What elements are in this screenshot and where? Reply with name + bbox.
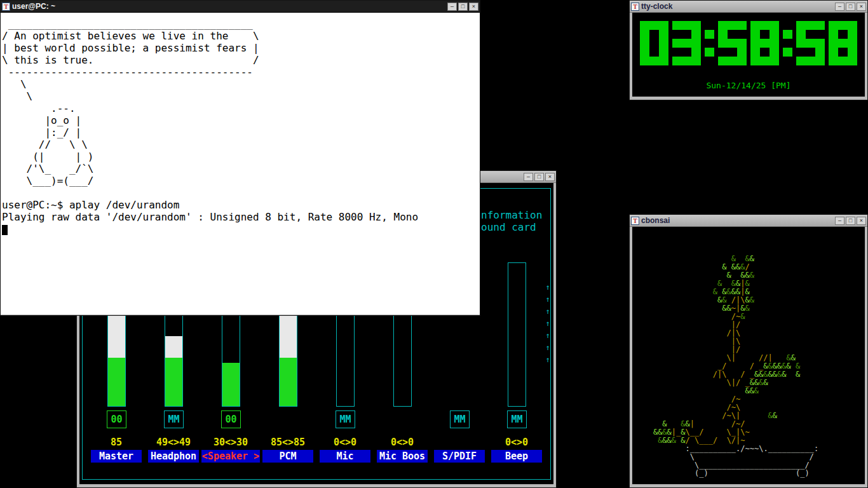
channel-label: Master: [91, 450, 142, 463]
maximize-button[interactable]: □: [534, 173, 544, 181]
channel-label: Mic: [320, 450, 370, 463]
window-title: tty-clock: [641, 2, 833, 11]
maximize-button[interactable]: □: [458, 3, 468, 11]
maximize-button[interactable]: □: [846, 3, 855, 11]
minimize-button[interactable]: –: [447, 3, 457, 11]
volume-value: 30<>30: [205, 437, 256, 448]
cbonsai-content: & && & &&&/ & &&& & &&|& & &&&&|& && /|\…: [632, 227, 865, 484]
mute-switch[interactable]: 00: [107, 410, 126, 428]
window-title: user@PC: ~: [12, 2, 445, 11]
titlebar[interactable]: T user@PC: ~ – □ ×: [1, 1, 480, 13]
volume-bar: [508, 262, 526, 407]
mute-switch[interactable]: MM: [450, 410, 470, 428]
close-button[interactable]: ×: [857, 3, 866, 11]
volume-value: 0<>0: [491, 437, 542, 448]
volume-value: 0<>0: [377, 437, 428, 448]
titlebar[interactable]: T cbonsai – □ ×: [630, 215, 867, 227]
minimize-button[interactable]: –: [835, 3, 844, 11]
clock-digits: [632, 13, 865, 65]
mute-switch[interactable]: MM: [164, 410, 184, 428]
xterm-icon: T: [631, 217, 639, 225]
scroll-arrows: ↑↑↑↑↑↑↑: [543, 281, 552, 366]
cbonsai-window: T cbonsai – □ × & && & &&&/ & &&& & &&|&…: [629, 214, 868, 488]
close-button[interactable]: ×: [545, 173, 555, 181]
close-button[interactable]: ×: [469, 3, 478, 11]
mute-switch[interactable]: 00: [221, 410, 241, 428]
volume-value: 0<>0: [320, 437, 370, 448]
minimize-button[interactable]: –: [835, 217, 844, 225]
maximize-button[interactable]: □: [846, 217, 855, 225]
tty-clock-window: T tty-clock – □ × Sun-12/14/25 [PM]: [629, 0, 868, 100]
volume-value: 85: [91, 437, 142, 448]
terminal-cursor: [2, 225, 8, 235]
mute-switch[interactable]: MM: [336, 410, 355, 428]
mute-switch[interactable]: MM: [507, 410, 527, 428]
window-title: cbonsai: [641, 216, 833, 225]
terminal-window: T user@PC: ~ – □ × _____________________…: [0, 0, 480, 316]
volume-value: 49<>49: [148, 437, 199, 448]
channel-label: PCM: [262, 450, 313, 463]
tty-clock-content: Sun-12/14/25 [PM]: [632, 13, 865, 97]
channel-label: Beep: [491, 450, 542, 463]
channel-label: Mic Boos: [377, 450, 428, 463]
bonsai-tree: & && & &&&/ & &&& & &&|& & &&&&|& && /|\…: [635, 255, 818, 478]
titlebar[interactable]: T tty-clock – □ ×: [630, 1, 867, 13]
terminal-text: ________________________________________…: [1, 13, 480, 235]
close-button[interactable]: ×: [857, 217, 866, 225]
channel-label: Headphon: [148, 450, 199, 463]
xterm-icon: T: [2, 3, 10, 11]
clock-date: Sun-12/14/25 [PM]: [632, 81, 865, 90]
terminal-content[interactable]: ________________________________________…: [1, 13, 480, 315]
channel-label: <Speaker >: [201, 450, 260, 463]
mixer-channel-beep[interactable]: MM0<>0Beep: [491, 183, 542, 466]
channel-label: S/PDIF: [434, 450, 485, 463]
xterm-icon: T: [631, 3, 639, 11]
volume-value: 85<>85: [262, 437, 313, 448]
minimize-button[interactable]: –: [524, 173, 533, 181]
